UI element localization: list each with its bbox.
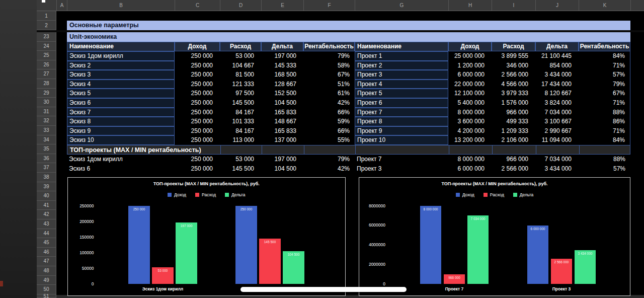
cell-margin[interactable]: 84% bbox=[579, 135, 630, 145]
cell-delta[interactable]: 104 500 bbox=[261, 164, 303, 174]
cell-margin[interactable]: 67% bbox=[579, 89, 630, 98]
cell-expense[interactable]: 113 000 bbox=[220, 135, 261, 145]
cell-name[interactable]: Эскиз 6 bbox=[67, 98, 175, 108]
cell-margin[interactable]: 51% bbox=[303, 80, 355, 89]
column-header-h[interactable]: H bbox=[448, 0, 492, 11]
cell-margin[interactable]: 55% bbox=[303, 135, 355, 145]
cell-margin[interactable]: 42% bbox=[303, 98, 355, 108]
cell-income[interactable]: Доход bbox=[448, 42, 492, 51]
cell-income[interactable]: 22 000 000 bbox=[448, 80, 492, 89]
cell-expense[interactable]: 4 566 000 bbox=[492, 80, 535, 89]
cell-delta[interactable]: 152 500 bbox=[261, 89, 303, 98]
cell-expense[interactable]: Расход bbox=[220, 42, 261, 51]
cell-margin[interactable]: 79% bbox=[303, 155, 355, 164]
cell-income[interactable]: 250 000 bbox=[175, 126, 220, 136]
row-header-44[interactable]: 44 bbox=[37, 229, 56, 239]
cell-income[interactable]: 250 000 bbox=[175, 98, 220, 108]
cell-income[interactable]: Доход bbox=[175, 42, 220, 51]
column-header-i[interactable]: I bbox=[492, 0, 535, 11]
cell-expense[interactable]: 3 899 555 bbox=[492, 51, 535, 61]
cell-income[interactable]: 250 000 bbox=[175, 155, 220, 164]
cell-income[interactable]: 250 000 bbox=[175, 80, 220, 89]
cell-name[interactable]: Наименование bbox=[67, 42, 175, 51]
row-header-47[interactable]: 47 bbox=[37, 257, 56, 266]
cell-delta[interactable]: 3 434 000 bbox=[535, 164, 579, 174]
cell-delta[interactable]: 3 824 000 bbox=[535, 98, 579, 108]
chart-top-projects-sketches[interactable]: ТОП-проекты (MAX / MIN рентабельность), … bbox=[67, 177, 346, 296]
cell-name[interactable]: Эскиз 1дом кирилл bbox=[67, 155, 175, 164]
cell-income[interactable]: 250 000 bbox=[175, 117, 220, 126]
row-header-39[interactable]: 39 bbox=[37, 182, 56, 192]
cell-name[interactable]: Проект 8 bbox=[355, 117, 448, 126]
cell-income[interactable]: 8 000 000 bbox=[448, 108, 492, 117]
cell-expense[interactable]: 499 333 bbox=[492, 117, 535, 126]
section-header-main-params[interactable]: Основные параметры bbox=[67, 21, 630, 30]
cell-margin[interactable]: 79% bbox=[579, 80, 630, 89]
cell-income[interactable]: 250 000 bbox=[175, 51, 220, 61]
cell-name[interactable]: Проект 9 bbox=[355, 126, 448, 136]
column-header-a[interactable]: A bbox=[56, 0, 67, 11]
cell-name[interactable]: Проект 3 bbox=[355, 164, 448, 174]
cell-margin[interactable]: 71% bbox=[579, 98, 630, 108]
cell-expense[interactable]: 1 576 000 bbox=[492, 98, 535, 108]
cell-income[interactable]: 25 000 000 bbox=[448, 51, 492, 61]
cell-margin[interactable]: 57% bbox=[579, 70, 630, 80]
cell-delta[interactable]: 17 434 000 bbox=[535, 80, 579, 89]
cell-name[interactable]: Эскиз 4 bbox=[67, 80, 175, 89]
row-header-31[interactable]: 31 bbox=[37, 107, 56, 117]
cell-delta[interactable]: 168 500 bbox=[261, 70, 303, 80]
cell-margin[interactable]: 66% bbox=[303, 126, 355, 136]
cell-delta[interactable]: 165 833 bbox=[261, 108, 303, 117]
row-header-41[interactable]: 41 bbox=[37, 201, 56, 210]
section-header-unit-econ[interactable]: Unit-экономика bbox=[67, 32, 630, 42]
column-header-e[interactable]: E bbox=[261, 0, 303, 11]
cell-name[interactable]: Проект 4 bbox=[355, 80, 448, 89]
cell-name[interactable]: Проект 3 bbox=[355, 70, 448, 80]
cell-delta[interactable]: 137 000 bbox=[261, 135, 303, 145]
cell-margin[interactable]: Рентабельность bbox=[579, 42, 630, 51]
row-header-24[interactable]: 24 bbox=[37, 42, 56, 51]
cell-income[interactable]: 250 000 bbox=[175, 61, 220, 70]
cell-expense[interactable]: 2 566 000 bbox=[492, 164, 535, 174]
cell-expense[interactable]: 81 500 bbox=[220, 70, 261, 80]
row-header-1[interactable]: 1 bbox=[37, 11, 56, 21]
cell-margin[interactable]: 84% bbox=[579, 51, 630, 61]
cell-expense[interactable]: 2 566 000 bbox=[492, 70, 535, 80]
row-header-34[interactable]: 34 bbox=[37, 135, 56, 145]
column-header-f[interactable]: F bbox=[303, 0, 355, 11]
column-header-c[interactable]: C bbox=[175, 0, 220, 11]
row-header-50[interactable]: 50 bbox=[37, 285, 56, 294]
cell-margin[interactable]: 86% bbox=[579, 117, 630, 126]
cell-expense[interactable]: 3 979 333 bbox=[492, 89, 535, 98]
cell-name[interactable]: Эскиз 7 bbox=[67, 108, 175, 117]
cell-delta[interactable]: Дельта bbox=[535, 42, 579, 51]
chart-top-projects-projects[interactable]: ТОП-проекты (MAX / MIN рентабельность), … bbox=[359, 177, 630, 296]
row-header-43[interactable]: 43 bbox=[37, 219, 56, 229]
cell-name[interactable]: Эскиз 2 bbox=[67, 61, 175, 70]
cell-delta[interactable]: 2 990 667 bbox=[535, 126, 579, 136]
cell-delta[interactable]: 8 120 667 bbox=[535, 89, 579, 98]
cell-expense[interactable]: 53 000 bbox=[220, 155, 261, 164]
row-header-42[interactable]: 42 bbox=[37, 210, 56, 219]
row-header-26[interactable]: 26 bbox=[37, 60, 56, 70]
row-header-45[interactable]: 45 bbox=[37, 238, 56, 248]
row-header-49[interactable]: 49 bbox=[37, 276, 56, 285]
column-header-j[interactable]: J bbox=[535, 0, 579, 11]
select-all-corner[interactable] bbox=[37, 0, 56, 11]
cell-delta[interactable]: Дельта bbox=[261, 42, 303, 51]
cell-name[interactable]: Проект 2 bbox=[355, 61, 448, 70]
cell-income[interactable]: 3 600 000 bbox=[448, 117, 492, 126]
cell-delta[interactable]: 3 100 667 bbox=[535, 117, 579, 126]
cell-income[interactable]: 8 000 000 bbox=[448, 155, 492, 164]
cell-name[interactable]: Наименование bbox=[355, 42, 448, 51]
cell-income[interactable]: 250 000 bbox=[175, 108, 220, 117]
row-header-51[interactable]: 51 bbox=[37, 294, 56, 298]
cell-expense[interactable]: 145 500 bbox=[220, 164, 261, 174]
cell-delta[interactable]: 7 034 000 bbox=[535, 108, 579, 117]
row-header-36[interactable]: 36 bbox=[37, 154, 56, 164]
cell-margin[interactable]: 71% bbox=[579, 126, 630, 136]
cell-expense[interactable]: 145 500 bbox=[220, 98, 261, 108]
cell-delta[interactable]: 197 000 bbox=[261, 155, 303, 164]
section-header-top-projects[interactable]: ТОП-проекты (MAX / MIN рентабельность) bbox=[67, 145, 630, 155]
row-header-27[interactable]: 27 bbox=[37, 69, 56, 79]
